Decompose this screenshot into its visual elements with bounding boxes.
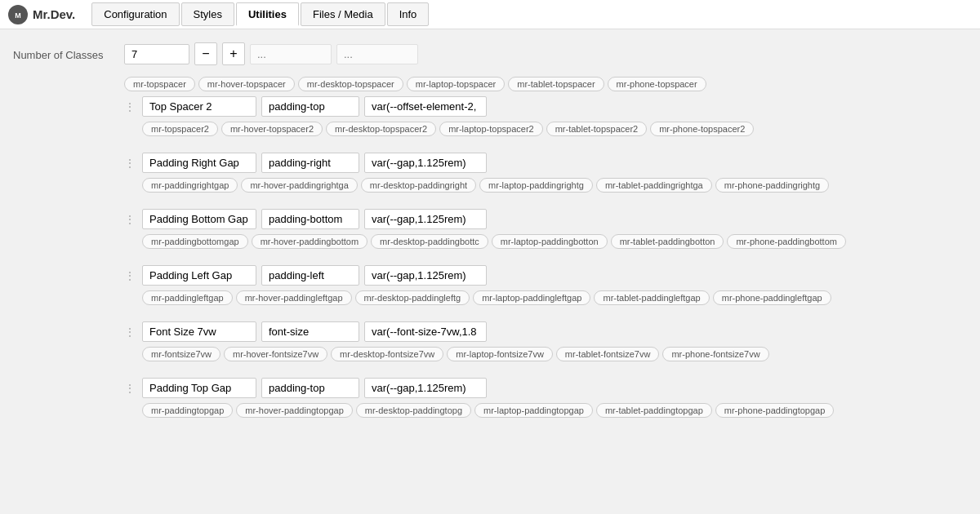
- faded-input-2[interactable]: [336, 44, 418, 64]
- class-tag: mr-desktop-fontsize7vw: [331, 347, 443, 361]
- class-tag: mr-hover-topspacer2: [221, 122, 323, 136]
- class-row-group: ⋮mr-paddingbottomgapmr-hover-paddingbott…: [124, 209, 967, 249]
- drag-handle-icon[interactable]: ⋮: [124, 326, 137, 339]
- increment-button[interactable]: +: [222, 42, 245, 65]
- class-name-input[interactable]: [142, 265, 256, 286]
- class-tags: mr-topspacer2mr-hover-topspacer2mr-deskt…: [142, 122, 967, 136]
- class-prop-input[interactable]: [261, 153, 359, 173]
- class-tag: mr-laptop-paddingbotton: [492, 234, 608, 249]
- first-row-tags: mr-topspacermr-hover-topspacermr-desktop…: [124, 77, 967, 91]
- class-name-input[interactable]: [142, 378, 256, 398]
- class-val-input[interactable]: [364, 96, 487, 117]
- rows-container: ⋮mr-topspacer2mr-hover-topspacer2mr-desk…: [124, 96, 967, 418]
- class-tag: mr-fontsize7vw: [142, 347, 220, 361]
- class-tag: mr-hover-paddingleftgap: [236, 290, 352, 305]
- class-tags: mr-paddingleftgapmr-hover-paddingleftgap…: [142, 290, 967, 305]
- class-name-input[interactable]: [142, 321, 256, 342]
- class-tag: mr-tablet-topspacer2: [546, 122, 648, 136]
- class-tag: mr-desktop-paddingbottc: [371, 234, 488, 249]
- class-row-header: ⋮: [124, 321, 967, 342]
- class-tag: mr-hover-topspacer: [198, 77, 295, 91]
- class-tags: mr-paddingbottomgapmr-hover-paddingbotto…: [142, 234, 967, 249]
- class-tag: mr-laptop-paddingrightg: [479, 178, 593, 193]
- class-row-header: ⋮: [124, 209, 967, 229]
- right-section: − + mr-topspacermr-hover-topspacermr-des…: [124, 42, 967, 434]
- main-content: Number of Classes − + mr-topspacermr-hov…: [0, 29, 980, 447]
- drag-handle-icon[interactable]: ⋮: [124, 269, 137, 282]
- class-row-header: ⋮: [124, 378, 967, 398]
- class-prop-input[interactable]: [261, 96, 359, 117]
- class-prop-input[interactable]: [261, 321, 359, 342]
- class-tag: mr-phone-paddingrightg: [715, 178, 829, 193]
- class-name-input[interactable]: [142, 209, 256, 229]
- class-tag: mr-desktop-paddingleftg: [355, 290, 470, 305]
- class-tag: mr-paddingbottomgap: [142, 234, 248, 249]
- class-row-header: ⋮: [124, 153, 967, 173]
- decrement-button[interactable]: −: [194, 42, 217, 65]
- drag-handle-icon[interactable]: ⋮: [124, 100, 137, 113]
- class-val-input[interactable]: [364, 321, 487, 342]
- drag-handle-icon[interactable]: ⋮: [124, 382, 137, 395]
- class-prop-input[interactable]: [261, 209, 359, 229]
- class-tag: mr-tablet-paddingrightga: [596, 178, 712, 193]
- class-tag: mr-laptop-paddingleftgap: [473, 290, 590, 305]
- class-val-input[interactable]: [364, 209, 487, 229]
- class-tag: mr-tablet-topspacer: [508, 77, 604, 91]
- class-tag: mr-paddingtopgap: [142, 403, 233, 418]
- class-tags: mr-fontsize7vwmr-hover-fontsize7vwmr-des…: [142, 347, 967, 361]
- class-tag: mr-desktop-topspacer: [298, 77, 403, 91]
- class-tag: mr-desktop-paddingright: [361, 178, 476, 193]
- class-tag: mr-tablet-paddingbotton: [611, 234, 724, 249]
- class-tags: mr-paddingrightgapmr-hover-paddingrightg…: [142, 178, 967, 193]
- class-tag: mr-paddingleftgap: [142, 290, 233, 305]
- class-tag: mr-desktop-topspacer2: [326, 122, 436, 136]
- class-row-group: ⋮mr-fontsize7vwmr-hover-fontsize7vwmr-de…: [124, 321, 967, 361]
- class-tag: mr-topspacer: [124, 77, 195, 91]
- class-val-input[interactable]: [364, 153, 487, 173]
- class-tag: mr-laptop-topspacer2: [439, 122, 543, 136]
- faded-input-1[interactable]: [250, 44, 332, 64]
- tab-configuration[interactable]: Configuration: [91, 2, 179, 26]
- class-val-input[interactable]: [364, 378, 487, 398]
- svg-text:M: M: [15, 11, 21, 20]
- class-tag: mr-phone-paddingbottom: [727, 234, 846, 249]
- class-row-group: ⋮mr-topspacer2mr-hover-topspacer2mr-desk…: [124, 96, 967, 136]
- left-label: Number of Classes: [13, 42, 111, 434]
- class-tags: mr-paddingtopgapmr-hover-paddingtopgapmr…: [142, 403, 967, 418]
- class-tag: mr-topspacer2: [142, 122, 218, 136]
- class-row-header: ⋮: [124, 265, 967, 286]
- class-tag: mr-phone-topspacer2: [650, 122, 754, 136]
- tab-files-media[interactable]: Files / Media: [301, 2, 385, 26]
- class-tag: mr-desktop-paddingtopg: [356, 403, 471, 418]
- class-name-input[interactable]: [142, 153, 256, 173]
- drag-handle-icon[interactable]: ⋮: [124, 213, 137, 226]
- class-tag: mr-laptop-topspacer: [407, 77, 505, 91]
- class-prop-input[interactable]: [261, 265, 359, 286]
- logo-title: Mr.Dev.: [33, 7, 75, 21]
- class-prop-input[interactable]: [261, 378, 359, 398]
- class-tag: mr-laptop-paddingtopgap: [474, 403, 593, 418]
- number-input[interactable]: [124, 44, 189, 64]
- class-tag: mr-phone-topspacer: [608, 77, 706, 91]
- class-tag: mr-hover-fontsize7vw: [224, 347, 327, 361]
- class-row-group: ⋮mr-paddingleftgapmr-hover-paddingleftga…: [124, 265, 967, 305]
- class-tag: mr-hover-paddingbottom: [252, 234, 368, 249]
- drag-handle-icon[interactable]: ⋮: [124, 157, 137, 170]
- class-row-group: ⋮mr-paddingtopgapmr-hover-paddingtopgapm…: [124, 378, 967, 418]
- class-tag: mr-paddingrightgap: [142, 178, 238, 193]
- class-val-input[interactable]: [364, 265, 487, 286]
- class-row-header: ⋮: [124, 96, 967, 117]
- tab-info[interactable]: Info: [387, 2, 430, 26]
- class-name-input[interactable]: [142, 96, 256, 117]
- tabs: Configuration Styles Utilities Files / M…: [91, 2, 429, 26]
- class-tag: mr-phone-paddingleftgap: [713, 290, 831, 305]
- class-row-group: ⋮mr-paddingrightgapmr-hover-paddingright…: [124, 153, 967, 193]
- tab-utilities[interactable]: Utilities: [236, 2, 299, 26]
- class-tag: mr-tablet-paddingleftgap: [594, 290, 709, 305]
- class-tag: mr-tablet-paddingtopgap: [596, 403, 712, 418]
- class-tag: mr-tablet-fontsize7vw: [556, 347, 660, 361]
- logo-icon: M: [8, 5, 28, 24]
- tab-styles[interactable]: Styles: [181, 2, 234, 26]
- class-tag: mr-phone-paddingtopgap: [715, 403, 835, 418]
- class-tag: mr-phone-fontsize7vw: [662, 347, 768, 361]
